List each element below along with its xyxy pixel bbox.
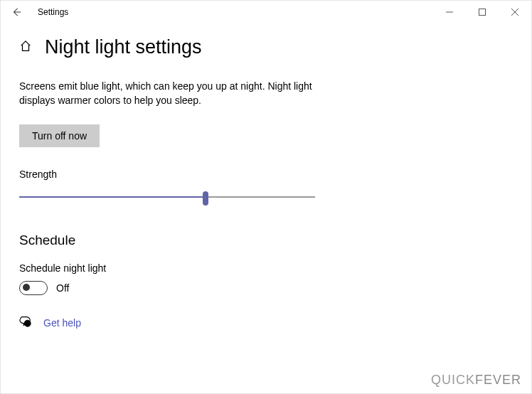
- close-button[interactable]: [499, 1, 531, 23]
- schedule-toggle-row: Off: [19, 281, 513, 295]
- back-arrow-icon: [11, 7, 21, 17]
- schedule-toggle[interactable]: [19, 281, 48, 295]
- turn-off-button[interactable]: Turn off now: [19, 124, 100, 147]
- watermark: QUICKFEVER: [431, 373, 521, 388]
- help-row: ? Get help: [19, 315, 513, 331]
- minimize-icon: [446, 9, 453, 16]
- window-title: Settings: [38, 7, 68, 17]
- heading-row: Night light settings: [19, 36, 513, 58]
- window-controls: [433, 1, 531, 23]
- content-area: Night light settings Screens emit blue l…: [1, 23, 531, 331]
- strength-slider[interactable]: [19, 190, 315, 204]
- titlebar: Settings: [1, 1, 531, 23]
- help-icon: ?: [19, 315, 32, 331]
- strength-label: Strength: [19, 169, 513, 180]
- maximize-button[interactable]: [466, 1, 499, 23]
- back-button[interactable]: [6, 2, 26, 22]
- maximize-icon: [479, 9, 486, 16]
- slider-thumb[interactable]: [203, 191, 208, 206]
- watermark-part2: FEVER: [475, 373, 521, 387]
- svg-rect-1: [479, 9, 486, 16]
- page-title: Night light settings: [45, 36, 202, 58]
- home-icon[interactable]: [19, 40, 32, 55]
- schedule-toggle-state: Off: [56, 282, 69, 294]
- minimize-button[interactable]: [433, 1, 466, 23]
- toggle-knob: [23, 284, 30, 291]
- schedule-heading: Schedule: [19, 233, 513, 248]
- schedule-toggle-label: Schedule night light: [19, 262, 513, 274]
- slider-track-filled: [19, 196, 206, 198]
- watermark-part1: QUICK: [431, 373, 475, 387]
- svg-text:?: ?: [26, 321, 29, 326]
- close-icon: [511, 9, 518, 16]
- get-help-link[interactable]: Get help: [43, 317, 81, 329]
- page-description: Screens emit blue light, which can keep …: [19, 80, 318, 107]
